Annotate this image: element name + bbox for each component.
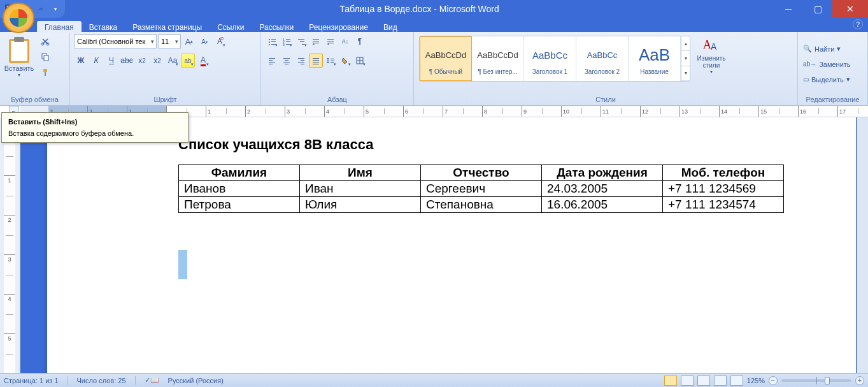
table-cell[interactable]: +7 111 1234569	[663, 181, 784, 197]
shading-button[interactable]	[338, 54, 352, 68]
style-item[interactable]: AaBbCcЗаголовок 2	[576, 36, 629, 81]
view-draft[interactable]	[730, 376, 743, 386]
doc-table[interactable]: ФамилияИмяОтчествоДата рожденияМоб. теле…	[178, 164, 784, 213]
document-viewport[interactable]: Список учащихся 8В класса ФамилияИмяОтче…	[20, 117, 857, 373]
style-item[interactable]: AaBНазвание	[629, 36, 681, 81]
spellcheck-icon[interactable]: ✓📖	[145, 376, 159, 384]
styles-gallery[interactable]: AaBbCcDd¶ ОбычныйAaBbCcDd¶ Без интер...A…	[419, 36, 690, 82]
gallery-up[interactable]: ▴	[681, 36, 690, 51]
minimize-button[interactable]: ─	[774, 0, 803, 18]
tab-Рецензирование[interactable]: Рецензирование	[301, 21, 376, 33]
zoom-out-button[interactable]: −	[769, 376, 778, 385]
ruler-v-mark: 1	[4, 176, 15, 215]
status-words[interactable]: Число слов: 25	[77, 377, 126, 384]
table-cell[interactable]: Юлия	[300, 197, 421, 213]
table-cell[interactable]: 24.03.2005	[542, 181, 663, 197]
superscript-button[interactable]: x2	[150, 54, 164, 68]
zoom-percent[interactable]: 125%	[747, 377, 765, 384]
align-left-button[interactable]	[265, 54, 279, 68]
svg-rect-42	[313, 64, 319, 64]
table-cell[interactable]: Степановна	[421, 197, 542, 213]
view-full-screen[interactable]	[681, 376, 694, 386]
paste-button[interactable]: Вставить ▾	[3, 33, 36, 83]
show-marks-button[interactable]: ¶	[353, 34, 367, 48]
ruler-vertical[interactable]: 1234567	[0, 117, 20, 373]
view-outline[interactable]	[714, 376, 727, 386]
style-item[interactable]: AaBbCcDd¶ Обычный	[420, 36, 472, 81]
zoom-slider[interactable]	[781, 379, 851, 382]
clear-formatting-button[interactable]: A⊘	[213, 34, 227, 48]
style-item[interactable]: AaBbCcЗаголовок 1	[524, 36, 576, 81]
table-header[interactable]: Имя	[300, 165, 421, 181]
change-styles-button[interactable]: AA Изменить стили ▾	[694, 36, 729, 75]
align-center-button[interactable]	[280, 54, 294, 68]
status-language[interactable]: Русский (Россия)	[168, 377, 224, 384]
help-button[interactable]: ?	[853, 19, 863, 29]
underline-button[interactable]: Ч	[104, 54, 118, 68]
bullets-button[interactable]	[265, 34, 279, 48]
group-font-label: Шрифт	[73, 95, 258, 104]
doc-heading[interactable]: Список учащихся 8В класса	[178, 136, 811, 153]
font-size-combo[interactable]: 11	[158, 34, 181, 48]
redo-button[interactable]	[33, 2, 47, 16]
table-cell[interactable]: Иванов	[179, 181, 300, 197]
grow-font-button[interactable]: A▴	[182, 34, 196, 48]
vertical-scrollbar[interactable]	[857, 117, 868, 373]
subscript-button[interactable]: x2	[135, 54, 149, 68]
table-cell[interactable]: 16.06.2005	[542, 197, 663, 213]
table-cell[interactable]: Сергеевич	[421, 181, 542, 197]
svg-rect-34	[285, 64, 288, 64]
tab-Ссылки[interactable]: Ссылки	[210, 21, 252, 33]
italic-button[interactable]: К	[89, 54, 103, 68]
table-cell[interactable]: Иван	[300, 181, 421, 197]
table-row[interactable]: ПетроваЮлияСтепановна16.06.2005+7 111 12…	[179, 197, 784, 213]
replace-button[interactable]: ab→Заменить	[800, 57, 853, 71]
close-button[interactable]: ✕	[832, 0, 868, 18]
tab-Рассылки[interactable]: Рассылки	[252, 21, 301, 33]
borders-button[interactable]	[353, 54, 367, 68]
bold-button[interactable]: Ж	[74, 54, 88, 68]
table-cell[interactable]: +7 111 1234574	[663, 197, 784, 213]
status-page[interactable]: Страница: 1 из 1	[4, 377, 59, 384]
table-row[interactable]: ИвановИванСергеевич24.03.2005+7 111 1234…	[179, 181, 784, 197]
format-painter-button[interactable]	[38, 65, 52, 79]
tab-Вид[interactable]: Вид	[376, 21, 405, 33]
tab-Разметка страницы[interactable]: Разметка страницы	[125, 21, 210, 33]
gallery-more[interactable]: ▾	[681, 66, 690, 81]
numbering-button[interactable]: 123	[280, 34, 294, 48]
select-button[interactable]: ▭Выделить ▾	[800, 73, 853, 87]
office-button[interactable]	[3, 3, 34, 33]
line-spacing-button[interactable]	[324, 54, 338, 68]
decrease-indent-button[interactable]	[309, 34, 323, 48]
table-header[interactable]: Фамилия	[179, 165, 300, 181]
table-header[interactable]: Отчество	[421, 165, 542, 181]
sort-button[interactable]: A↓	[338, 34, 352, 48]
table-header[interactable]: Моб. телефон	[663, 165, 784, 181]
font-name-combo[interactable]: Calibri (Основной тек	[74, 34, 157, 48]
qat-customize[interactable]: ▾	[48, 2, 62, 16]
zoom-in-button[interactable]: +	[855, 376, 864, 385]
style-item[interactable]: AaBbCcDd¶ Без интер...	[472, 36, 524, 81]
increase-indent-button[interactable]	[324, 34, 338, 48]
cut-button[interactable]	[38, 34, 52, 48]
strike-button[interactable]: abc	[120, 54, 134, 68]
multilevel-button[interactable]	[294, 34, 308, 48]
highlight-button[interactable]: ab	[181, 54, 195, 68]
align-right-button[interactable]	[294, 54, 308, 68]
maximize-button[interactable]: ▢	[803, 0, 832, 18]
view-print-layout[interactable]	[664, 376, 677, 386]
shrink-font-button[interactable]: A▾	[197, 34, 211, 48]
table-header[interactable]: Дата рождения	[542, 165, 663, 181]
view-web-layout[interactable]	[697, 376, 710, 386]
font-color-button[interactable]: A	[196, 54, 210, 68]
change-case-button[interactable]: Aa	[166, 54, 180, 68]
justify-button[interactable]	[309, 54, 323, 68]
table-cell[interactable]: Петрова	[179, 197, 300, 213]
page[interactable]: Список учащихся 8В класса ФамилияИмяОтче…	[47, 117, 856, 373]
copy-button[interactable]	[38, 50, 52, 64]
zoom-thumb[interactable]	[825, 377, 830, 384]
gallery-down[interactable]: ▾	[681, 51, 690, 66]
find-button[interactable]: 🔍Найти ▾	[800, 42, 843, 56]
tab-Главная[interactable]: Главная	[37, 21, 82, 33]
tab-Вставка[interactable]: Вставка	[82, 21, 125, 33]
